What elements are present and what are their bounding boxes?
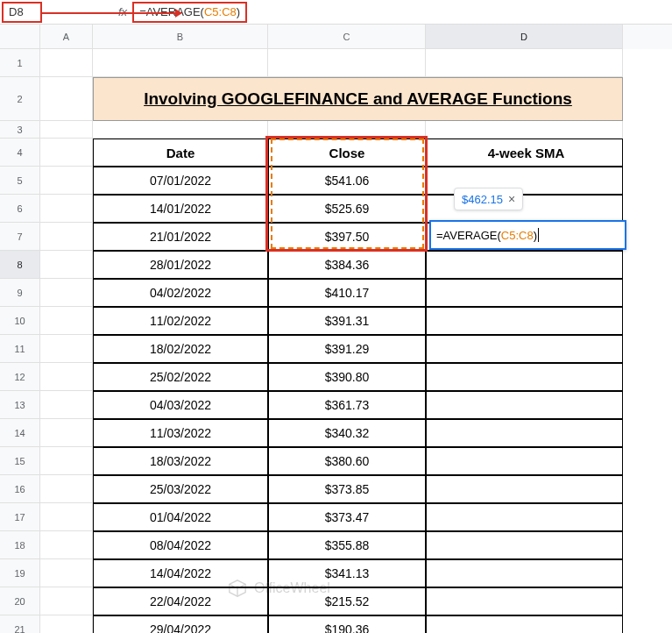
row-header-9[interactable]: 9 [0, 279, 39, 307]
cell-a5[interactable] [40, 167, 93, 195]
cell-date[interactable]: 01/04/2022 [93, 503, 268, 531]
cell-close[interactable]: $391.31 [268, 307, 426, 335]
cell-a4[interactable] [40, 139, 93, 167]
row-header-12[interactable]: 12 [0, 363, 39, 391]
cell-sma[interactable] [426, 419, 623, 447]
cell-date[interactable]: 11/02/2022 [93, 307, 268, 335]
cell-sma[interactable] [426, 363, 623, 391]
cell-date[interactable]: 11/03/2022 [93, 419, 268, 447]
header-date[interactable]: Date [93, 139, 268, 167]
cell-close[interactable]: $384.36 [268, 251, 426, 279]
cell-sma[interactable] [426, 615, 623, 633]
cell-close[interactable]: $391.29 [268, 335, 426, 363]
cell-date[interactable]: 14/01/2022 [93, 195, 268, 223]
active-cell-editor[interactable]: =AVERAGE(C5:C8) [429, 220, 626, 250]
cell-c1[interactable] [268, 49, 426, 77]
cell-date[interactable]: 28/01/2022 [93, 251, 268, 279]
cell-sma[interactable] [426, 503, 623, 531]
row-header-3[interactable]: 3 [0, 121, 39, 139]
cell-sma[interactable] [426, 279, 623, 307]
cell-d1[interactable] [426, 49, 623, 77]
col-header-b[interactable]: B [93, 25, 268, 49]
cell-date[interactable]: 07/01/2022 [93, 167, 268, 195]
cell-sma[interactable] [426, 447, 623, 475]
cell-date[interactable]: 29/04/2022 [93, 615, 268, 633]
header-close[interactable]: Close [268, 139, 426, 167]
row-header-11[interactable]: 11 [0, 335, 39, 363]
row-header-15[interactable]: 15 [0, 447, 39, 475]
cell-sma[interactable] [426, 587, 623, 615]
header-sma[interactable]: 4-week SMA [426, 139, 623, 167]
cell-close[interactable]: $373.47 [268, 503, 426, 531]
row-header-2[interactable]: 2 [0, 77, 39, 121]
row-header-13[interactable]: 13 [0, 391, 39, 419]
cell-date[interactable]: 25/03/2022 [93, 475, 268, 503]
cell-d3[interactable] [426, 121, 623, 139]
cell-close[interactable]: $373.85 [268, 475, 426, 503]
row-header-18[interactable]: 18 [0, 531, 39, 559]
row-header-21[interactable]: 21 [0, 615, 39, 633]
cell-close[interactable]: $190.36 [268, 615, 426, 633]
row-header-16[interactable]: 16 [0, 475, 39, 503]
cell-close[interactable]: $410.17 [268, 279, 426, 307]
cell-b3[interactable] [93, 121, 268, 139]
cell-date[interactable]: 08/04/2022 [93, 531, 268, 559]
cell-close[interactable]: $361.73 [268, 391, 426, 419]
row-header-4[interactable]: 4 [0, 139, 39, 167]
cell-a1[interactable] [40, 49, 93, 77]
tooltip-close-icon[interactable]: × [508, 192, 515, 206]
row-header-17[interactable]: 17 [0, 503, 39, 531]
row-header-19[interactable]: 19 [0, 559, 39, 587]
cell-date[interactable]: 21/01/2022 [93, 223, 268, 251]
cell-date[interactable]: 04/03/2022 [93, 391, 268, 419]
cell-a12[interactable] [40, 363, 93, 391]
cell-a9[interactable] [40, 279, 93, 307]
cell-b1[interactable] [93, 49, 268, 77]
select-all-corner[interactable] [0, 25, 39, 49]
cell-a8[interactable] [40, 251, 93, 279]
cell-close[interactable]: $541.06 [268, 167, 426, 195]
cell-date[interactable]: 18/02/2022 [93, 335, 268, 363]
row-header-5[interactable]: 5 [0, 167, 39, 195]
cell-a14[interactable] [40, 419, 93, 447]
title-cell[interactable]: Involving GOOGLEFINANCE and AVERAGE Func… [93, 77, 623, 121]
cell-close[interactable]: $397.50 [268, 223, 426, 251]
cell-a11[interactable] [40, 335, 93, 363]
cell-a21[interactable] [40, 615, 93, 633]
cell-a17[interactable] [40, 503, 93, 531]
cell-a7[interactable] [40, 223, 93, 251]
row-header-7[interactable]: 7 [0, 223, 39, 251]
cell-a6[interactable] [40, 195, 93, 223]
cell-sma[interactable] [426, 335, 623, 363]
row-header-6[interactable]: 6 [0, 195, 39, 223]
cell-sma[interactable] [426, 531, 623, 559]
row-header-20[interactable]: 20 [0, 587, 39, 615]
row-header-8[interactable]: 8 [0, 251, 39, 279]
row-header-10[interactable]: 10 [0, 307, 39, 335]
cell-sma[interactable] [426, 251, 623, 279]
col-header-c[interactable]: C [268, 25, 426, 49]
cell-sma[interactable] [426, 475, 623, 503]
cell-a16[interactable] [40, 475, 93, 503]
cell-date[interactable]: 25/02/2022 [93, 363, 268, 391]
row-header-14[interactable]: 14 [0, 419, 39, 447]
cell-reference-box[interactable]: D8 [2, 2, 42, 23]
cell-a2[interactable] [40, 77, 93, 121]
cell-close[interactable]: $525.69 [268, 195, 426, 223]
cell-a19[interactable] [40, 559, 93, 587]
cell-date[interactable]: 18/03/2022 [93, 447, 268, 475]
cell-sma[interactable] [426, 391, 623, 419]
cell-close[interactable]: $390.80 [268, 363, 426, 391]
cell-sma[interactable] [426, 559, 623, 587]
cell-a13[interactable] [40, 391, 93, 419]
col-header-d[interactable]: D [426, 25, 623, 49]
row-header-1[interactable]: 1 [0, 49, 39, 77]
cell-a15[interactable] [40, 447, 93, 475]
cell-close[interactable]: $380.60 [268, 447, 426, 475]
cell-date[interactable]: 04/02/2022 [93, 279, 268, 307]
col-header-a[interactable]: A [40, 25, 93, 49]
cell-close[interactable]: $355.88 [268, 531, 426, 559]
cell-a3[interactable] [40, 121, 93, 139]
cell-sma[interactable] [426, 307, 623, 335]
cell-a18[interactable] [40, 531, 93, 559]
